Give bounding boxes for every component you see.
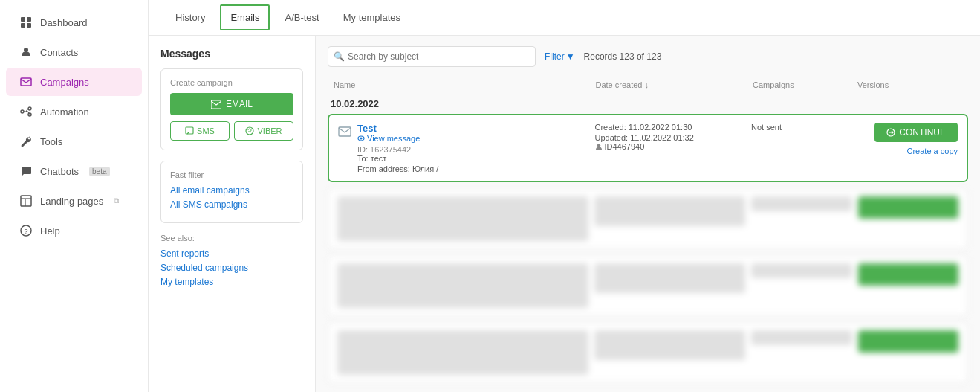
sidebar-item-dashboard[interactable]: Dashboard [6, 8, 142, 36]
sms-viber-row: SMS VIBER [170, 121, 293, 141]
tab-emails[interactable]: Emails [220, 4, 270, 30]
continue-button[interactable]: CONTINUE [874, 123, 958, 142]
col-date-created: Date created ↓ [596, 80, 753, 89]
search-input[interactable] [328, 46, 536, 67]
sidebar-item-label: Chatbots [40, 166, 79, 177]
svg-rect-1 [27, 17, 31, 22]
continue-icon [886, 128, 895, 137]
content-area: Messages Create campaign EMAIL [149, 36, 980, 392]
my-templates-link[interactable]: My templates [160, 277, 303, 287]
msg-title[interactable]: Test [357, 123, 438, 134]
create-viber-button[interactable]: VIBER [234, 121, 293, 141]
search-icon: 🔍 [334, 51, 345, 62]
svg-point-19 [360, 138, 363, 140]
sidebar-item-campaigns[interactable]: Campaigns [6, 68, 142, 96]
external-link-icon: ⧉ [114, 196, 119, 205]
filter-dropdown-icon: ▼ [566, 51, 575, 62]
all-email-link[interactable]: All email campaigns [170, 185, 293, 196]
msg-updated: Updated: 11.02.2022 01:32 [595, 133, 746, 142]
grid-icon [19, 16, 33, 29]
svg-rect-3 [27, 23, 31, 28]
msg-id: ID: 162375442 [357, 145, 438, 154]
email-button-label: EMAIL [226, 99, 253, 109]
svg-text:?: ? [24, 228, 27, 235]
tab-ab-test[interactable]: A/B-test [273, 1, 331, 35]
envelope-icon [19, 75, 33, 89]
user-icon [595, 143, 603, 150]
msg-created: Created: 11.02.2022 01:30 [595, 123, 746, 132]
sent-reports-link[interactable]: Sent reports [160, 248, 303, 259]
email-icon [211, 100, 221, 109]
see-also-section: See also: Sent reports Scheduled campaig… [160, 234, 303, 287]
sidebar-item-contacts[interactable]: Contacts [6, 38, 142, 66]
msg-dates: Created: 11.02.2022 01:30 Updated: 11.02… [595, 123, 746, 151]
msg-campaigns: Not sent [751, 123, 851, 132]
table-header: Name Date created ↓ Campaigns Versions [328, 76, 968, 94]
view-message-link[interactable]: View message [357, 134, 438, 143]
fast-filter-label: Fast filter [170, 170, 293, 179]
sidebar-item-label: Tools [40, 136, 62, 147]
svg-rect-15 [186, 127, 193, 134]
message-card-blurred-2 [328, 255, 968, 316]
svg-rect-17 [339, 127, 351, 136]
tab-history[interactable]: History [163, 1, 217, 35]
msg-user: ID4467940 [595, 142, 746, 151]
sidebar-item-label: Automation [40, 106, 89, 118]
svg-rect-9 [21, 196, 31, 206]
msg-actions: CONTINUE Create a copy [857, 123, 958, 155]
sidebar-item-label: Help [40, 225, 60, 237]
automation-icon [19, 105, 33, 118]
search-bar: 🔍 Filter ▼ Records 123 of 123 [328, 46, 968, 67]
messages-panel: 🔍 Filter ▼ Records 123 of 123 Name Date … [316, 36, 980, 392]
see-also-label: See also: [160, 234, 303, 242]
sidebar-item-label: Dashboard [40, 17, 88, 28]
sidebar-item-label: Contacts [40, 47, 78, 58]
fast-filter-box: Fast filter All email campaigns All SMS … [160, 161, 303, 223]
viber-icon [245, 126, 254, 135]
create-campaign-box: Create campaign EMAIL SMS [160, 68, 303, 150]
all-sms-link[interactable]: All SMS campaigns [170, 199, 293, 210]
sidebar: Dashboard Contacts Campaigns Automa [0, 0, 149, 392]
message-envelope-icon [338, 124, 351, 138]
search-input-wrap: 🔍 [328, 46, 536, 67]
msg-status: Not sent [751, 123, 851, 132]
create-campaign-label: Create campaign [170, 78, 293, 87]
msg-from: From address: Юлия / [357, 164, 438, 173]
filter-label: Filter [545, 51, 565, 62]
records-info: Records 123 of 123 [584, 51, 662, 62]
person-icon [19, 45, 33, 59]
messages-title: Messages [160, 48, 303, 60]
sidebar-item-tools[interactable]: Tools [6, 127, 142, 155]
svg-rect-2 [21, 23, 25, 28]
sidebar-item-help[interactable]: ? Help [6, 216, 142, 245]
create-sms-button[interactable]: SMS [170, 121, 230, 141]
viber-button-label: VIBER [257, 126, 282, 135]
layout-icon [19, 194, 33, 208]
message-card: Test View message ID: 162375442 To: тест… [328, 114, 968, 182]
message-card-blurred-1 [328, 188, 968, 249]
tools-icon [19, 135, 33, 148]
svg-point-6 [21, 110, 24, 113]
chatbots-badge: beta [89, 167, 109, 176]
sms-icon [185, 126, 194, 135]
sidebar-item-automation[interactable]: Automation [6, 97, 142, 126]
msg-details: Test View message ID: 162375442 To: тест… [357, 123, 438, 173]
sidebar-item-chatbots[interactable]: Chatbots beta [6, 157, 142, 185]
tab-my-templates[interactable]: My templates [331, 1, 412, 35]
svg-rect-0 [21, 17, 25, 22]
msg-name-section: Test View message ID: 162375442 To: тест… [338, 123, 589, 173]
col-versions: Versions [857, 80, 962, 89]
sms-button-label: SMS [197, 126, 215, 135]
chat-icon [19, 164, 33, 178]
col-campaigns: Campaigns [753, 80, 857, 89]
help-icon: ? [19, 224, 33, 237]
message-card-blurred-3 [328, 322, 968, 383]
main-area: History Emails A/B-test My templates Mes… [149, 0, 980, 392]
create-copy-link[interactable]: Create a copy [907, 147, 958, 155]
sidebar-item-label: Landing pages [40, 196, 103, 207]
sidebar-item-label: Campaigns [40, 77, 89, 88]
sidebar-item-landing-pages[interactable]: Landing pages ⧉ [6, 187, 142, 215]
create-email-button[interactable]: EMAIL [170, 93, 293, 115]
filter-button[interactable]: Filter ▼ [545, 51, 575, 62]
scheduled-campaigns-link[interactable]: Scheduled campaigns [160, 263, 303, 273]
